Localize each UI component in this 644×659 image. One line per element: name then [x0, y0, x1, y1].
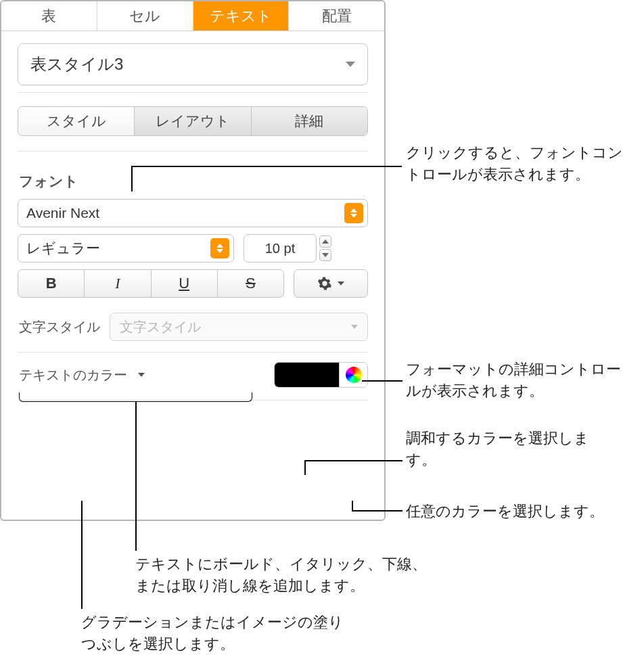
callout-line — [131, 166, 402, 167]
underline-button[interactable]: U — [152, 270, 218, 297]
font-heading: フォント — [1, 152, 384, 199]
paragraph-style-label: 表スタイル3 — [30, 53, 123, 75]
dropdown-toggle-icon — [344, 203, 363, 223]
callout-line — [304, 460, 402, 461]
paragraph-style-dropdown[interactable]: 表スタイル3 — [18, 43, 368, 85]
callout-bracket — [19, 392, 252, 402]
chevron-down-icon — [346, 62, 355, 67]
text-format-group: B I U S — [18, 269, 284, 298]
font-size-down[interactable] — [319, 249, 331, 261]
callout-swatch: 調和するカラーを選択します。 — [406, 428, 609, 471]
callout-bisu: テキストにボールド、イタリック、下線、または取り消し線を追加します。 — [135, 553, 433, 597]
callout-line — [81, 501, 83, 609]
callout-style-tab: クリックすると、フォントコントロールが表示されます。 — [406, 142, 636, 185]
chevron-down-icon — [138, 373, 145, 377]
color-swatch-button[interactable] — [275, 363, 339, 387]
text-color-label: テキストのカラー — [19, 366, 127, 384]
font-weight-dropdown[interactable]: レギュラー — [18, 234, 234, 263]
callout-line — [304, 460, 306, 475]
font-weight-value: レギュラー — [26, 239, 100, 258]
segtab-layout[interactable]: レイアウト — [135, 107, 251, 135]
char-style-label: 文字スタイル — [19, 318, 100, 336]
font-size-field[interactable]: 10 pt — [244, 234, 317, 263]
font-size-up[interactable] — [319, 235, 331, 248]
text-color-mode-dropdown[interactable] — [134, 367, 149, 382]
segtab-style[interactable]: スタイル — [18, 107, 135, 135]
italic-button[interactable]: I — [85, 270, 151, 297]
tab-text[interactable]: テキスト — [193, 1, 290, 30]
char-style-dropdown[interactable]: 文字スタイル — [110, 313, 368, 341]
gear-icon — [317, 276, 332, 291]
font-family-value: Avenir Next — [26, 205, 99, 221]
tab-cell[interactable]: セル — [97, 1, 193, 30]
divider — [18, 92, 368, 93]
callout-gear: フォーマットの詳細コントロールが表示されます。 — [406, 359, 636, 402]
strikethrough-button[interactable]: S — [218, 270, 283, 297]
tab-table[interactable]: 表 — [1, 1, 97, 30]
tab-arrange[interactable]: 配置 — [289, 1, 384, 30]
advanced-format-button[interactable] — [294, 269, 368, 298]
color-wheel-icon — [346, 367, 362, 383]
text-color-picker — [274, 362, 368, 388]
top-tab-bar: 表 セル テキスト 配置 — [1, 1, 384, 31]
font-size-control: 10 pt — [244, 234, 331, 263]
color-wheel-button[interactable] — [339, 363, 367, 387]
chevron-down-icon — [351, 325, 358, 329]
callout-colorlabel: グラデーションまたはイメージの塗りつぶしを選択します。 — [81, 612, 352, 655]
font-family-dropdown[interactable]: Avenir Next — [18, 199, 368, 227]
callout-line — [352, 501, 353, 510]
callout-line — [362, 380, 402, 382]
segment-tabs: スタイル レイアウト 詳細 — [18, 106, 368, 136]
bold-button[interactable]: B — [18, 270, 85, 297]
callout-line — [135, 402, 137, 551]
chevron-down-icon — [338, 281, 344, 286]
char-style-placeholder: 文字スタイル — [120, 318, 201, 336]
callout-line — [352, 510, 402, 512]
callout-line — [131, 166, 133, 191]
callout-wheel: 任意のカラーを選択します。 — [406, 501, 636, 522]
segtab-detail[interactable]: 詳細 — [252, 107, 367, 135]
dropdown-toggle-icon — [210, 238, 229, 258]
font-size-stepper — [319, 235, 331, 261]
format-panel: 表 セル テキスト 配置 表スタイル3 スタイル レイアウト 詳細 フォント A… — [0, 0, 386, 521]
